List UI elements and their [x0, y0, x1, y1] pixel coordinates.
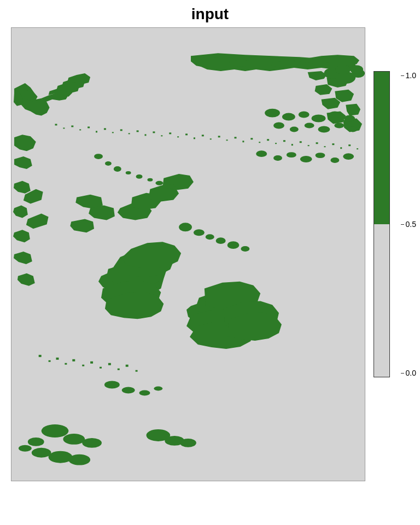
svg-rect-69 [49, 360, 51, 362]
svg-point-13 [228, 241, 240, 249]
svg-rect-31 [63, 127, 65, 129]
svg-point-12 [216, 237, 226, 244]
svg-rect-33 [79, 129, 81, 130]
svg-rect-61 [308, 145, 310, 146]
chart-title: input [191, 5, 229, 23]
legend-label-1-0: 1.0 [406, 71, 416, 80]
svg-rect-66 [348, 144, 351, 146]
tick-line [401, 373, 404, 374]
svg-rect-49 [210, 138, 212, 139]
svg-point-90 [334, 122, 344, 128]
svg-rect-67 [357, 148, 358, 149]
svg-rect-50 [218, 136, 220, 137]
svg-point-80 [265, 109, 280, 118]
svg-rect-74 [90, 361, 93, 364]
svg-point-94 [287, 152, 296, 158]
svg-rect-65 [340, 147, 342, 149]
map-svg [11, 28, 365, 481]
legend-tick-0-0: 0.0 [401, 369, 416, 377]
svg-rect-71 [65, 363, 67, 365]
svg-point-88 [305, 122, 314, 128]
map-area [11, 27, 365, 481]
svg-point-10 [194, 229, 205, 236]
svg-rect-75 [100, 367, 102, 369]
legend-bar [374, 71, 390, 377]
svg-rect-60 [300, 141, 302, 143]
svg-rect-48 [202, 135, 204, 136]
svg-rect-64 [332, 143, 334, 145]
svg-point-97 [330, 158, 339, 163]
svg-rect-39 [129, 133, 130, 134]
svg-rect-38 [120, 129, 122, 131]
svg-point-21 [49, 451, 73, 463]
svg-point-83 [312, 115, 326, 122]
svg-rect-46 [185, 133, 188, 135]
svg-point-17 [82, 438, 102, 448]
svg-rect-43 [161, 135, 162, 136]
svg-point-96 [316, 153, 325, 158]
svg-point-26 [104, 381, 120, 389]
svg-rect-56 [267, 139, 269, 141]
svg-point-87 [290, 126, 299, 132]
svg-point-29 [154, 387, 162, 391]
svg-rect-36 [104, 128, 106, 130]
svg-point-15 [42, 424, 69, 438]
svg-rect-47 [194, 137, 195, 139]
svg-rect-59 [291, 144, 293, 145]
svg-rect-72 [72, 359, 75, 361]
svg-point-85 [344, 115, 355, 122]
svg-point-19 [19, 445, 32, 452]
svg-rect-32 [71, 125, 73, 127]
svg-rect-44 [169, 132, 171, 134]
svg-rect-58 [283, 140, 285, 142]
svg-rect-77 [118, 369, 120, 370]
svg-rect-52 [234, 137, 236, 138]
legend-label-0-5: 0.5 [406, 220, 416, 229]
svg-point-98 [343, 153, 354, 160]
legend-area: 1.0 0.5 0.0 [365, 27, 409, 481]
svg-point-82 [299, 112, 310, 118]
svg-rect-35 [96, 131, 97, 132]
svg-point-14 [241, 246, 249, 252]
svg-rect-42 [153, 131, 155, 133]
svg-rect-51 [226, 139, 228, 141]
svg-rect-57 [275, 143, 277, 144]
legend-bar-bottom [374, 224, 389, 377]
svg-rect-54 [250, 138, 253, 139]
svg-rect-45 [177, 136, 179, 137]
svg-point-20 [32, 448, 51, 458]
svg-rect-62 [316, 142, 318, 144]
legend-bar-container: 1.0 0.5 0.0 [374, 71, 395, 377]
svg-point-4 [126, 171, 131, 174]
svg-point-102 [335, 65, 351, 74]
svg-point-28 [139, 390, 150, 395]
svg-point-7 [155, 181, 163, 185]
svg-point-25 [180, 439, 196, 447]
svg-rect-78 [126, 365, 129, 367]
svg-point-22 [68, 454, 90, 465]
tick-line [401, 75, 404, 76]
svg-point-3 [114, 166, 121, 172]
svg-point-18 [28, 438, 44, 446]
svg-point-92 [256, 150, 267, 157]
svg-point-5 [136, 174, 143, 179]
svg-point-8 [168, 184, 175, 189]
svg-rect-63 [324, 146, 325, 147]
svg-rect-76 [108, 363, 111, 365]
svg-rect-70 [56, 358, 59, 360]
svg-rect-73 [82, 365, 84, 366]
svg-point-81 [282, 113, 295, 121]
svg-point-86 [273, 122, 284, 129]
svg-rect-40 [137, 130, 139, 132]
svg-point-91 [348, 126, 357, 132]
legend-label-0-0: 0.0 [406, 369, 416, 377]
svg-point-95 [300, 156, 312, 162]
legend-tick-1-0: 1.0 [401, 71, 416, 80]
tick-line [401, 224, 404, 225]
svg-rect-41 [144, 134, 146, 136]
svg-rect-55 [259, 142, 260, 143]
svg-rect-53 [242, 141, 244, 142]
svg-point-2 [105, 161, 112, 166]
svg-rect-30 [55, 124, 57, 125]
svg-point-103 [350, 65, 363, 74]
